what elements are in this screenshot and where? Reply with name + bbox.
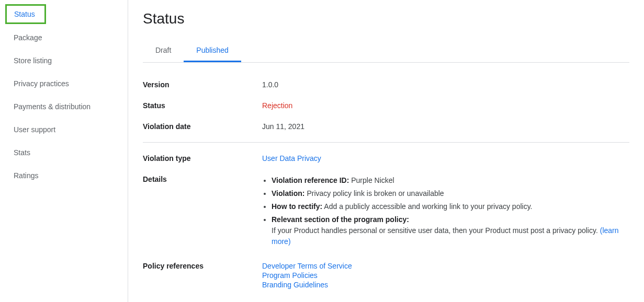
- detail-relevant-section: Relevant section of the program policy: …: [272, 214, 629, 247]
- detail-reference-id: Violation reference ID: Purple Nickel: [272, 175, 629, 186]
- details-label: Details: [143, 175, 262, 249]
- row-policy-references: Policy references Developer Terms of Ser…: [143, 262, 629, 290]
- status-label: Status: [143, 101, 262, 110]
- link-developer-tos[interactable]: Developer Terms of Service: [262, 262, 629, 270]
- sidebar-item-payments-distribution[interactable]: Payments & distribution: [5, 95, 128, 118]
- link-program-policies[interactable]: Program Policies: [262, 271, 629, 280]
- version-value: 1.0.0: [262, 80, 629, 89]
- sidebar-item-status[interactable]: Status: [5, 4, 46, 24]
- sidebar-item-store-listing[interactable]: Store listing: [5, 49, 128, 72]
- row-violation-date: Violation date Jun 11, 2021: [143, 122, 629, 143]
- sidebar-item-ratings[interactable]: Ratings: [5, 164, 128, 187]
- main-content: Status Draft Published Version 1.0.0 Sta…: [128, 0, 644, 302]
- sidebar-item-stats[interactable]: Stats: [5, 141, 128, 164]
- sidebar-item-user-support[interactable]: User support: [5, 118, 128, 141]
- page-title: Status: [143, 10, 629, 27]
- link-branding-guidelines[interactable]: Branding Guidelines: [262, 281, 629, 289]
- status-value: Rejection: [262, 101, 629, 110]
- violation-date-label: Violation date: [143, 122, 262, 131]
- tab-published[interactable]: Published: [184, 40, 241, 62]
- details-list: Violation reference ID: Purple Nickel Vi…: [262, 175, 629, 247]
- row-status: Status Rejection: [143, 101, 629, 110]
- version-label: Version: [143, 80, 262, 89]
- violation-type-label: Violation type: [143, 154, 262, 162]
- sidebar-item-package[interactable]: Package: [5, 26, 128, 49]
- sidebar-item-privacy-practices[interactable]: Privacy practices: [5, 72, 128, 95]
- tabs: Draft Published: [143, 40, 629, 63]
- detail-violation: Violation: Privacy policy link is broken…: [272, 188, 629, 199]
- sidebar: Status Package Store listing Privacy pra…: [0, 0, 128, 302]
- row-violation-type: Violation type User Data Privacy: [143, 154, 629, 162]
- violation-date-value: Jun 11, 2021: [262, 122, 629, 131]
- policy-references-label: Policy references: [143, 262, 262, 290]
- row-version: Version 1.0.0: [143, 80, 629, 89]
- tab-draft[interactable]: Draft: [143, 40, 184, 62]
- violation-type-link[interactable]: User Data Privacy: [262, 154, 321, 162]
- row-details: Details Violation reference ID: Purple N…: [143, 175, 629, 249]
- detail-rectify: How to rectify: Add a publicly accessibl…: [272, 201, 629, 212]
